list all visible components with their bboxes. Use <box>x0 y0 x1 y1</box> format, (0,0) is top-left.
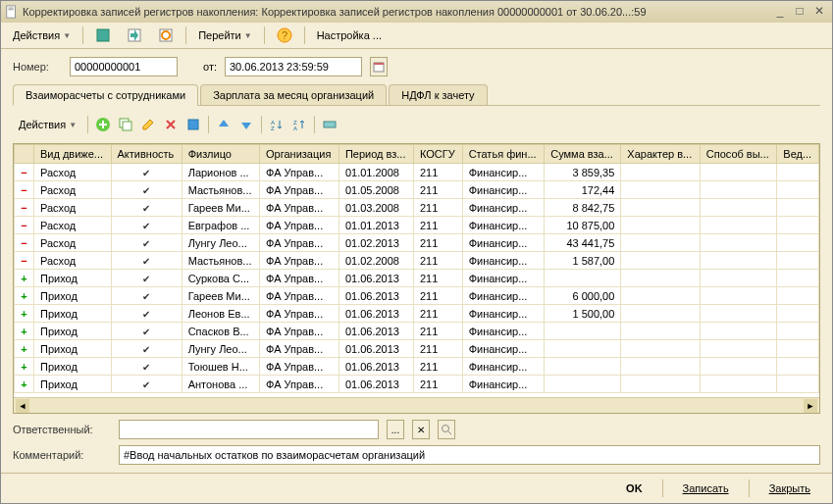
table-cell <box>621 217 700 234</box>
help-icon[interactable]: ? <box>271 25 298 45</box>
column-header[interactable]: Вид движе... <box>34 145 112 164</box>
table-cell: Финансир... <box>462 340 545 358</box>
form-icon[interactable] <box>89 25 117 45</box>
table-cell: − <box>15 164 34 181</box>
window-title: Корректировка записей регистров накоплен… <box>23 6 769 18</box>
tab-ndfl[interactable]: НДФЛ к зачету <box>389 84 487 105</box>
table-cell: Приход <box>34 305 112 323</box>
table-row[interactable]: −Расход✔Евграфов ...ФА Управ...01.01.201… <box>15 217 819 234</box>
add-row-icon[interactable] <box>93 115 113 134</box>
table-row[interactable]: +Приход✔Гареев Ми...ФА Управ...01.06.201… <box>15 287 819 305</box>
table-cell: ФА Управ... <box>260 323 339 340</box>
column-header[interactable]: Статья фин... <box>462 145 545 164</box>
column-header[interactable] <box>15 145 34 164</box>
responsible-input[interactable] <box>119 420 379 439</box>
table-cell <box>777 199 819 217</box>
maximize-button[interactable]: □ <box>791 4 808 20</box>
table-cell: Приход <box>34 340 112 358</box>
table-cell: ФА Управ... <box>260 234 339 252</box>
column-header[interactable]: Организация <box>260 145 339 164</box>
table-cell: Суркова С... <box>182 270 259 287</box>
comment-input[interactable] <box>119 445 820 465</box>
table-row[interactable]: −Расход✔Гареев Ми...ФА Управ...01.03.200… <box>15 199 819 217</box>
column-header[interactable]: Период вз... <box>338 145 413 164</box>
scroll-right-icon[interactable]: ► <box>804 399 817 413</box>
column-header[interactable]: КОСГУ <box>413 145 462 164</box>
refresh-icon[interactable] <box>152 25 180 45</box>
table-cell: Финансир... <box>462 164 545 181</box>
svg-text:Z: Z <box>271 126 275 131</box>
titlebar[interactable]: Корректировка записей регистров накоплен… <box>1 1 832 23</box>
clear-responsible-button[interactable]: ✕ <box>412 420 430 439</box>
toggle-activity-icon[interactable] <box>320 115 339 134</box>
table-cell: Финансир... <box>462 287 545 305</box>
ok-button[interactable]: OK <box>616 479 652 497</box>
table-cell <box>545 358 621 376</box>
actions-menu[interactable]: Действия ▼ <box>7 27 77 43</box>
post-icon[interactable] <box>121 25 148 45</box>
table-row[interactable]: −Расход✔Мастьянов...ФА Управ...01.05.200… <box>15 181 819 199</box>
select-responsible-button[interactable]: ... <box>387 420 404 439</box>
table-cell <box>700 323 777 340</box>
table-cell: Приход <box>34 358 112 376</box>
column-header[interactable]: Характер в... <box>621 145 700 164</box>
table-cell: 01.06.2013 <box>338 323 413 340</box>
scroll-left-icon[interactable]: ◄ <box>16 399 29 413</box>
table-row[interactable]: −Расход✔Мастьянов...ФА Управ...01.02.200… <box>15 252 819 270</box>
column-header[interactable]: Активность <box>111 145 182 164</box>
move-up-icon[interactable] <box>214 115 234 134</box>
table-cell <box>777 252 819 270</box>
save-button[interactable]: Записать <box>673 479 739 497</box>
calendar-button[interactable] <box>370 57 388 76</box>
number-input[interactable] <box>70 57 178 76</box>
table-cell <box>621 234 700 252</box>
table-cell: Финансир... <box>462 376 545 393</box>
sort-az-icon[interactable]: AZ <box>267 115 286 134</box>
settings-button[interactable]: Настройка ... <box>311 27 388 43</box>
table-row[interactable]: −Расход✔Ларионов ...ФА Управ...01.01.200… <box>15 164 819 181</box>
comment-row: Комментарий: <box>13 445 820 465</box>
table-row[interactable]: +Приход✔Спасков В...ФА Управ...01.06.201… <box>15 323 819 340</box>
move-down-icon[interactable] <box>236 115 256 134</box>
table-row[interactable]: +Приход✔Леонов Ев...ФА Управ...01.06.201… <box>15 305 819 323</box>
table-cell: Лунгу Лео... <box>182 234 259 252</box>
goto-menu[interactable]: Перейти ▼ <box>192 27 258 43</box>
tab-salary[interactable]: Зарплата за месяц организаций <box>200 84 387 105</box>
sort-za-icon[interactable]: ZA <box>289 115 309 134</box>
table-cell: ФА Управ... <box>260 287 339 305</box>
table-row[interactable]: −Расход✔Лунгу Лео...ФА Управ...01.02.201… <box>15 234 819 252</box>
horizontal-scrollbar[interactable]: ◄ ► <box>14 397 819 413</box>
copy-row-icon[interactable] <box>116 115 135 134</box>
svg-rect-2 <box>9 9 14 10</box>
table-row[interactable]: +Приход✔Суркова С...ФА Управ...01.06.201… <box>15 270 819 287</box>
table-cell: 211 <box>413 199 462 217</box>
table-cell <box>777 270 819 287</box>
table-actions-menu[interactable]: Действия ▼ <box>13 117 82 132</box>
minimize-button[interactable]: _ <box>771 4 789 20</box>
delete-row-icon[interactable] <box>161 115 181 134</box>
close-button[interactable]: ✕ <box>810 4 828 20</box>
column-header[interactable]: Физлицо <box>182 145 259 164</box>
column-header[interactable]: Вед... <box>777 145 819 164</box>
column-header[interactable]: Способ вы... <box>700 145 777 164</box>
svg-text:A: A <box>293 126 297 131</box>
tab-settlements[interactable]: Взаиморасчеты с сотрудниками <box>13 84 198 106</box>
table-row[interactable]: +Приход✔Антонова ...ФА Управ...01.06.201… <box>15 376 819 393</box>
table-cell <box>700 217 777 234</box>
finish-edit-icon[interactable] <box>183 115 203 134</box>
close-form-button[interactable]: Закрыть <box>759 479 820 497</box>
table-cell <box>621 323 700 340</box>
table-cell: 211 <box>413 340 462 358</box>
svg-rect-19 <box>324 122 336 127</box>
table-cell: ✔ <box>111 358 182 376</box>
svg-rect-10 <box>374 63 384 65</box>
table-cell <box>700 287 777 305</box>
table-row[interactable]: +Приход✔Лунгу Лео...ФА Управ...01.06.201… <box>15 340 819 358</box>
column-header[interactable]: Сумма вза... <box>545 145 621 164</box>
date-input[interactable] <box>225 57 362 76</box>
edit-row-icon[interactable] <box>138 115 158 134</box>
table-toolbar: Действия ▼ AZ ZA <box>13 112 820 137</box>
table-cell <box>621 164 700 181</box>
find-responsible-button[interactable] <box>438 420 455 439</box>
table-row[interactable]: +Приход✔Тоюшев Н...ФА Управ...01.06.2013… <box>15 358 819 376</box>
